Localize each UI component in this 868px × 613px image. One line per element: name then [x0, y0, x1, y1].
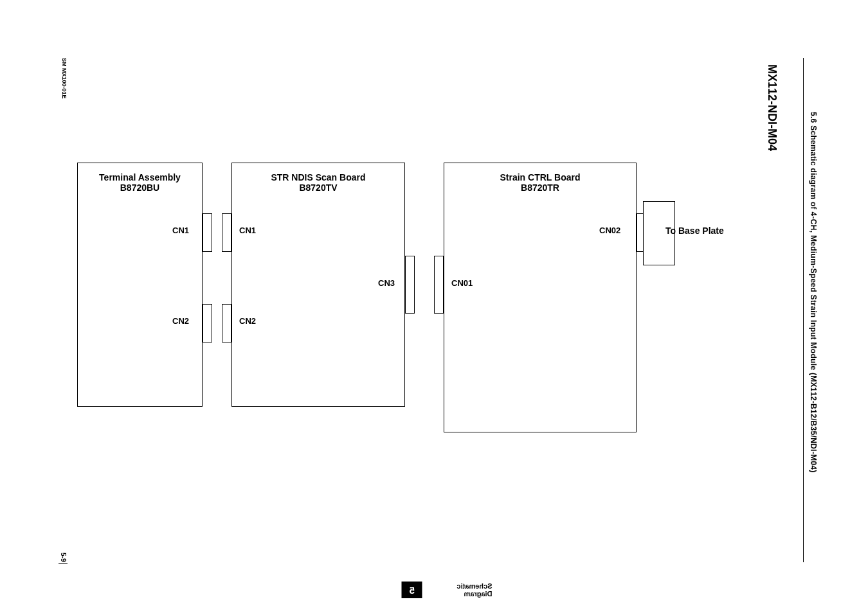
base-plate-label: To Base Plate	[665, 226, 724, 236]
block3-title: Strain CTRL Board	[444, 172, 636, 182]
page-number: 5-9	[60, 553, 67, 562]
connector-cn01	[434, 256, 444, 314]
terminal-assembly-block: Terminal Assembly B8720BU	[77, 163, 203, 407]
label-cn2-left: CN2	[172, 316, 189, 326]
block2-title: STR NDIS Scan Board	[232, 172, 404, 182]
label-cn1-left: CN1	[172, 226, 189, 235]
chapter-number: 5	[402, 582, 422, 598]
document-id: SM MX100-01E	[61, 58, 68, 99]
chapter-label: Schematic Diagram	[428, 582, 493, 598]
connector-cn1-left	[203, 213, 212, 252]
label-cn01: CN01	[451, 278, 473, 288]
schematic-diagram: Terminal Assembly B8720BU CN1 CN2 STR ND…	[77, 163, 752, 432]
page-number-line	[59, 563, 68, 564]
label-cn3: CN3	[378, 278, 395, 288]
section-header-line	[803, 58, 804, 562]
section-header: 5.6 Schematic diagram of 4-CH, Medium-Sp…	[809, 112, 818, 473]
label-cn2-right: CN2	[239, 316, 256, 326]
connector-cn2-left	[203, 304, 212, 342]
ctrl-board-block: Strain CTRL Board B8720TR	[444, 163, 637, 432]
label-cn1-right: CN1	[239, 226, 256, 235]
connector-cn3	[405, 256, 415, 314]
block1-title: Terminal Assembly	[78, 172, 202, 182]
connector-cn2-right	[222, 304, 231, 342]
block1-subtitle: B8720BU	[78, 182, 202, 193]
block3-subtitle: B8720TR	[444, 182, 636, 193]
chapter-tab: 5 Schematic Diagram	[402, 582, 492, 598]
label-cn02: CN02	[599, 226, 620, 235]
connector-cn1-right	[222, 213, 231, 252]
block2-subtitle: B8720TV	[232, 182, 404, 193]
page-title: MX112-NDI-M04	[765, 64, 779, 151]
